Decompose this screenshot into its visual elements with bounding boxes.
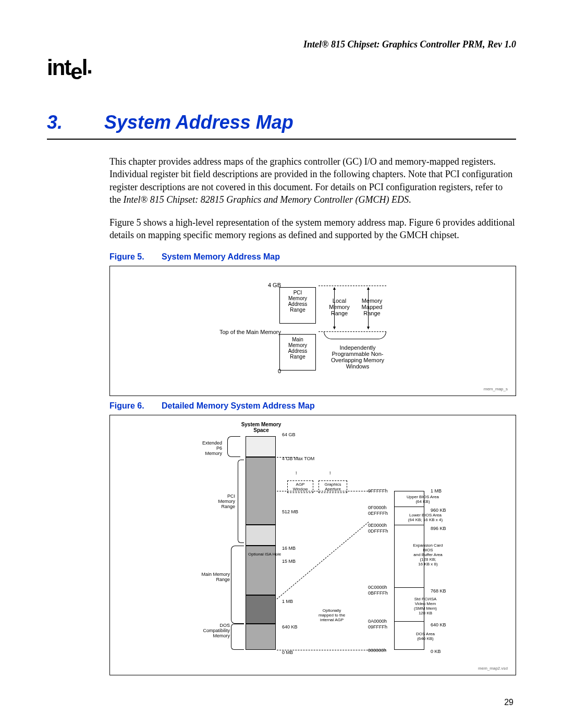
chapter-number: 3.: [47, 112, 104, 133]
paragraph-1: This chapter provides address maps of th…: [109, 155, 516, 206]
figure6-caption: Figure 6.Detailed Memory System Address …: [109, 401, 516, 411]
chapter-heading: 3.System Address Map: [47, 112, 516, 140]
chapter-title: System Address Map: [104, 112, 293, 133]
page-number: 29: [504, 698, 513, 707]
intel-logo: intel.: [47, 55, 516, 80]
paragraph-2: Figure 5 shows a high-level representati…: [109, 216, 516, 242]
figure5-diagram: 4 GB Top of the Main Memory 0 PCI Memory…: [109, 266, 516, 396]
figure6-diagram: System Memory Space 64 GB Extended P6 Me…: [109, 415, 516, 675]
page-header: Intel® 815 Chipset: Graphics Controller …: [47, 39, 516, 50]
figure5-caption: Figure 5.System Memory Address Map: [109, 252, 516, 262]
